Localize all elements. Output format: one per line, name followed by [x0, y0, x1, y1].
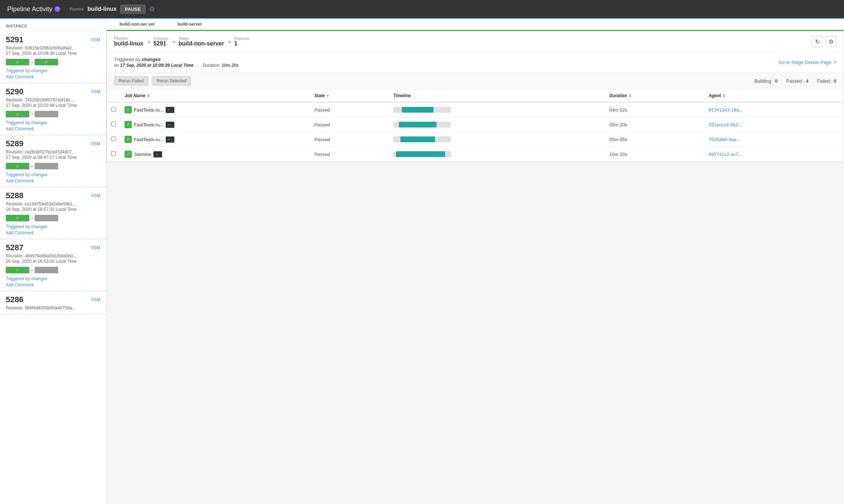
vsm-link-5290[interactable]: VSM	[91, 89, 100, 94]
stage-bar-1-5291[interactable]: ✓	[6, 59, 29, 65]
col-state[interactable]: State ▼	[310, 90, 389, 102]
instance-number-5291: 5291	[6, 35, 23, 44]
instance-item-5288[interactable]: 5288 VSM Revision: ce194759a53e2ebe59b1.…	[0, 187, 106, 239]
col-agent[interactable]: Agent ⇅	[704, 90, 844, 102]
instance-bc-value: 5291	[153, 40, 169, 47]
stage-inst-bc-value: 1	[234, 40, 249, 47]
add-comment-link-5291[interactable]: Add Comment	[6, 74, 34, 79]
agent-link-3[interactable]: 895741c2-ac7...	[709, 152, 742, 157]
job-state-1: Passed	[310, 117, 389, 132]
trigger-text: Triggered by changes	[114, 57, 239, 62]
stage-bar-1-5289[interactable]: ✓	[6, 163, 29, 169]
job-agent-2[interactable]: 7505dfef-4ae...	[704, 132, 844, 147]
job-timeline-0	[389, 102, 605, 117]
add-comment-link-5288[interactable]: Add Comment	[6, 230, 34, 235]
stage-bar-2-5289[interactable]	[35, 163, 58, 169]
instance-list-panel: Instance 5291 VSM Revision: 63915e32963c…	[0, 19, 106, 504]
vsm-link-5287[interactable]: VSM	[91, 245, 100, 250]
stage-bar-2-5287[interactable]	[35, 267, 58, 273]
refresh-button[interactable]: ↻	[812, 36, 823, 47]
job-checkbox-0[interactable]	[111, 107, 116, 112]
triggered-link-5287[interactable]: Triggered by changes	[6, 276, 100, 281]
job-status-icon-3: ✓	[125, 151, 132, 158]
terminal-icon-0[interactable]: >_	[166, 107, 174, 113]
instance-item-5290[interactable]: 5290 VSM Revision: 745259299f0797abf18c.…	[0, 83, 106, 135]
instance-item-5289[interactable]: 5289 VSM Revision: ca2fb9b527b2dd7d4d07.…	[0, 135, 106, 187]
arrow-icon-1: »	[31, 60, 33, 65]
pipeline-settings-icon[interactable]: ⚙	[149, 5, 155, 13]
date-5290: 17 Sep, 2020 at 10:02:48 Local Time	[6, 103, 100, 108]
revision-5286: Revision: 568f4d8355b95a48759a...	[6, 305, 100, 310]
bc-arrow-3: »	[228, 38, 231, 45]
vsm-link-5291[interactable]: VSM	[91, 37, 100, 42]
rerun-selected-button[interactable]: Rerun Selected	[152, 76, 191, 86]
terminal-icon-1[interactable]: >_	[166, 122, 174, 128]
job-checkbox-3[interactable]	[111, 151, 116, 156]
col-job-name[interactable]: Job Name ⇅	[120, 90, 310, 102]
job-name-text-1: FastTests-ru...	[134, 122, 164, 127]
triggered-link-5291[interactable]: Triggered by changes	[6, 68, 100, 73]
add-comment-link-5287[interactable]: Add Comment	[6, 282, 34, 287]
job-agent-0[interactable]: 91341343-18a...	[704, 102, 844, 117]
go-to-stage-link[interactable]: Go to Stage Details Page ↗	[778, 60, 836, 65]
triggered-link-5288[interactable]: Triggered by changes	[6, 224, 100, 229]
instance-item-5287[interactable]: 5287 VSM Revision: 499978e89a056358d0b0.…	[0, 239, 106, 291]
stage-bar-2-5291[interactable]: ✓	[35, 59, 58, 65]
instance-number-5289: 5289	[6, 139, 23, 148]
terminal-icon-2[interactable]: >_	[166, 136, 174, 143]
job-timeline-3	[389, 147, 605, 162]
instance-number-5290: 5290	[6, 87, 23, 96]
triggered-link-5290[interactable]: Triggered by changes	[6, 120, 100, 125]
settings-button[interactable]: ⚙	[826, 36, 836, 47]
job-checkbox-1[interactable]	[111, 122, 116, 126]
agent-link-1[interactable]: 031eccc4-6b2...	[709, 122, 742, 127]
instance-item-5291[interactable]: 5291 VSM Revision: 63915e32963c600af6a0.…	[0, 31, 106, 83]
sort-icon-state: ▼	[326, 94, 330, 98]
stage-bar-1-5287[interactable]: ✓	[6, 267, 29, 273]
stage-bar-2-5290[interactable]	[35, 111, 58, 117]
date-5289: 17 Sep, 2020 at 09:47:17 Local Time	[6, 155, 100, 160]
job-agent-3[interactable]: 895741c2-ac7...	[704, 147, 844, 162]
add-comment-link-5290[interactable]: Add Comment	[6, 126, 34, 131]
instance-bc-label: Instance	[153, 36, 169, 40]
triggered-by-value: changes	[142, 57, 161, 62]
table-row: ✓ FastTests-ru... >_ Passed04m 52s913413…	[107, 102, 844, 117]
table-row: ✓ FastTests-ru... >_ Passed05m 05s7505df…	[107, 132, 844, 147]
job-name-cell-3: ✓ Jasmine >_	[120, 147, 310, 162]
job-status-icon-1: ✓	[125, 121, 132, 128]
triggered-link-5289[interactable]: Triggered by changes	[6, 172, 100, 177]
pipeline-bc-label: Pipeline	[114, 36, 143, 40]
revision-5290: Revision: 745259299f0797abf18c...	[6, 97, 100, 103]
instance-item-5286[interactable]: 5286 VSM Revision: 568f4d8355b95a48759a.…	[0, 291, 106, 315]
job-checkbox-2[interactable]	[111, 136, 116, 141]
col-duration[interactable]: Duration ⇅	[605, 90, 704, 102]
stats-row: Building : 0 Passed : 4 Failed : 0	[754, 78, 836, 84]
duration-value: 10m 20s	[222, 63, 239, 68]
vsm-link-5289[interactable]: VSM	[91, 141, 100, 146]
job-agent-1[interactable]: 031eccc4-6b2...	[704, 117, 844, 132]
agent-link-2[interactable]: 7505dfef-4ae...	[709, 137, 740, 142]
help-icon[interactable]: ?	[55, 6, 60, 12]
add-comment-link-5289[interactable]: Add Comment	[6, 178, 34, 183]
stage-bar-1-5288[interactable]: ✓	[6, 215, 29, 221]
passed-stat: Passed : 4	[786, 78, 808, 84]
main-area: Instance 5291 VSM Revision: 63915e32963c…	[0, 19, 844, 504]
stage-bars-5288: ✓ »	[6, 215, 100, 221]
terminal-icon-3[interactable]: >_	[153, 151, 162, 157]
header-bar: Pipeline Activity ? Pipeline build-linux…	[0, 0, 844, 19]
stage-bar-2-5288[interactable]	[35, 215, 58, 221]
stage-bars-5291: ✓ » ✓	[6, 59, 100, 65]
agent-link-0[interactable]: 91341343-18a...	[709, 107, 743, 113]
vsm-link-5286[interactable]: VSM	[91, 297, 100, 302]
table-row: ✓ Jasmine >_ Passed10m 20s895741c2-ac7..…	[107, 147, 844, 162]
rerun-failed-button[interactable]: Rerun Failed	[114, 76, 148, 86]
panel-actions: ↻ ⚙	[812, 36, 836, 47]
job-duration-3: 10m 20s	[605, 147, 704, 162]
vsm-link-5288[interactable]: VSM	[91, 193, 100, 198]
pause-button[interactable]: PAUSE	[120, 5, 145, 14]
job-name-text-2: FastTests-ru...	[134, 137, 164, 142]
stage-bar-1-5290[interactable]: ✓	[6, 111, 29, 117]
trigger-left: Triggered by changes on 17 Sep, 2020 at …	[114, 57, 239, 68]
jobs-table: Job Name ⇅ State ▼ Timeline Duration ⇅ A…	[107, 90, 844, 162]
job-state-3: Passed	[310, 147, 389, 162]
